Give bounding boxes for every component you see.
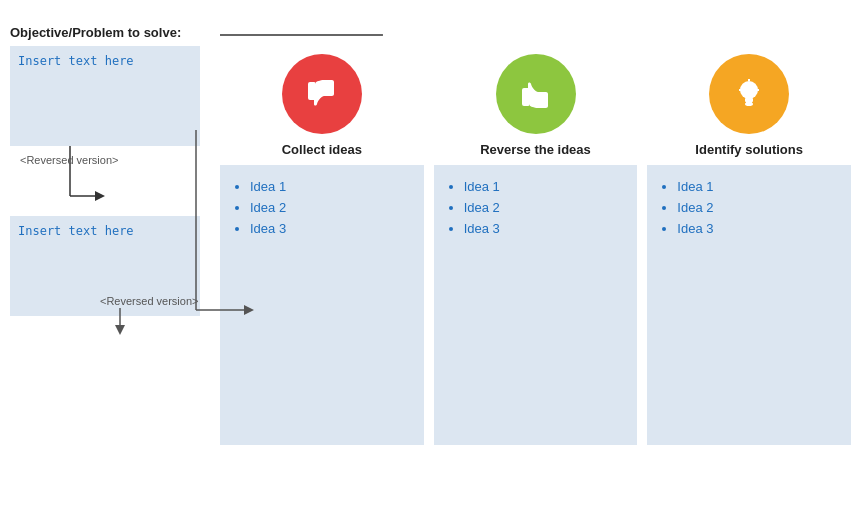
- svg-marker-2: [95, 191, 105, 201]
- collect-arrow-svg: [220, 20, 424, 50]
- reversed-text-input[interactable]: [10, 216, 200, 316]
- lightbulb-icon: [727, 72, 771, 116]
- identify-solutions-icon-circle: [709, 54, 789, 134]
- collect-ideas-icon-circle: [282, 54, 362, 134]
- right-columns: Collect ideas Idea 1 Idea 2 Idea 3 Rever…: [220, 20, 851, 445]
- list-item: Idea 2: [250, 200, 410, 215]
- list-item: Idea 1: [250, 179, 410, 194]
- list-item: Idea 2: [677, 200, 837, 215]
- objective-text-input[interactable]: [10, 46, 200, 146]
- thumbs-down-icon: [300, 72, 344, 116]
- reverse-ideas-box: Idea 1 Idea 2 Idea 3: [434, 165, 638, 445]
- identify-solutions-list: Idea 1 Idea 2 Idea 3: [657, 179, 837, 236]
- identify-solutions-box: Idea 1 Idea 2 Idea 3: [647, 165, 851, 445]
- collect-ideas-title: Collect ideas: [282, 142, 362, 157]
- objective-title: Objective/Problem to solve:: [10, 25, 210, 40]
- arrow-section: <Reversed version>: [10, 146, 200, 216]
- reverse-ideas-icon-circle: [496, 54, 576, 134]
- reverse-ideas-list: Idea 1 Idea 2 Idea 3: [444, 179, 624, 236]
- svg-point-10: [745, 102, 753, 106]
- list-item: Idea 2: [464, 200, 624, 215]
- collect-ideas-list: Idea 1 Idea 2 Idea 3: [230, 179, 410, 236]
- thumbs-up-icon: [514, 72, 558, 116]
- main-layout: Objective/Problem to solve: <Reversed ve…: [0, 0, 861, 455]
- collect-ideas-box: Idea 1 Idea 2 Idea 3: [220, 165, 424, 445]
- list-item: Idea 3: [677, 221, 837, 236]
- reversed-label: <Reversed version>: [20, 154, 118, 166]
- identify-solutions-column: Identify solutions Idea 1 Idea 2 Idea 3: [647, 20, 851, 445]
- collect-arrow-area: [220, 20, 424, 50]
- reverse-ideas-column: Reverse the ideas Idea 1 Idea 2 Idea 3: [434, 20, 638, 445]
- collect-ideas-column: Collect ideas Idea 1 Idea 2 Idea 3: [220, 20, 424, 445]
- list-item: Idea 1: [464, 179, 624, 194]
- left-column: Objective/Problem to solve: <Reversed ve…: [10, 20, 210, 316]
- list-item: Idea 1: [677, 179, 837, 194]
- identify-solutions-title: Identify solutions: [695, 142, 803, 157]
- svg-point-7: [740, 81, 758, 99]
- list-item: Idea 3: [250, 221, 410, 236]
- reverse-ideas-title: Reverse the ideas: [480, 142, 591, 157]
- list-item: Idea 3: [464, 221, 624, 236]
